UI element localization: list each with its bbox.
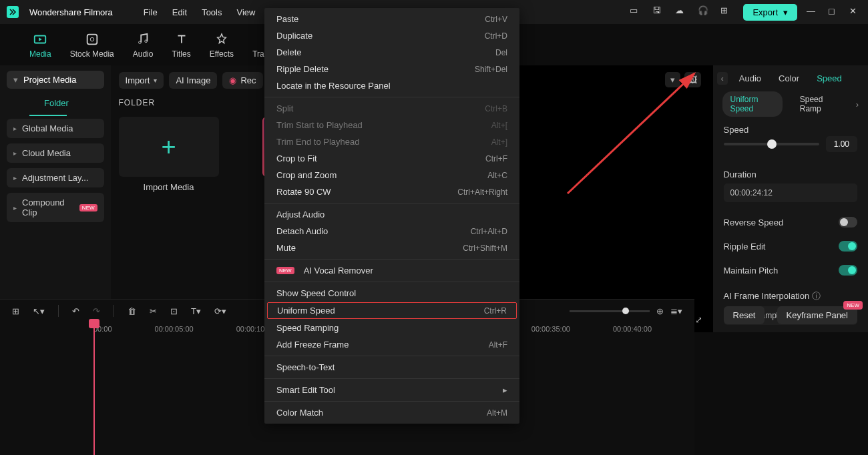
text-icon[interactable]: T▾ bbox=[191, 306, 201, 316]
menu-file[interactable]: File bbox=[144, 7, 158, 17]
zoom-fit-icon[interactable]: ≣▾ bbox=[670, 306, 682, 316]
ctx-uniform-speed[interactable]: Uniform SpeedCtrl+R bbox=[267, 302, 517, 319]
ctx-delete[interactable]: DeleteDel bbox=[264, 44, 519, 61]
close-icon[interactable]: ✕ bbox=[849, 6, 861, 18]
chevron-down-icon: ▾ bbox=[154, 77, 157, 84]
ctx-crop-to-fit[interactable]: Crop to FitCtrl+F bbox=[264, 150, 519, 167]
inspector-panel: ‹ Audio Color Speed Uniform Speed Speed … bbox=[713, 65, 868, 332]
ctx-detach-audio[interactable]: Detach AudioCtrl+Alt+D bbox=[264, 223, 519, 240]
chevron-down-icon: ▾ bbox=[783, 7, 788, 17]
select-tool-icon[interactable]: ↖▾ bbox=[33, 306, 45, 316]
tab-audio[interactable]: Audio bbox=[133, 32, 154, 65]
ctx-show-speed-control[interactable]: Show Speed Control bbox=[264, 285, 519, 302]
menu-view[interactable]: View bbox=[236, 7, 255, 17]
reset-button[interactable]: Reset bbox=[724, 306, 765, 324]
inspector-tab-color[interactable]: Color bbox=[779, 73, 799, 83]
menu-tools[interactable]: Tools bbox=[202, 7, 222, 17]
sidebar-item-adjustment-layer[interactable]: ▸Adjustment Lay... bbox=[7, 168, 104, 187]
ctx-crop-and-zoom[interactable]: Crop and ZoomAlt+C bbox=[264, 167, 519, 183]
subtab-speed-ramp[interactable]: Speed Ramp bbox=[792, 91, 847, 117]
tab-effects[interactable]: Effects bbox=[210, 32, 234, 65]
zoom-slider[interactable] bbox=[570, 310, 650, 312]
ctx-rotate-90-cw[interactable]: Rotate 90 CWCtrl+Alt+Right bbox=[264, 183, 519, 200]
ctx-speech-to-text[interactable]: Speech-to-Text bbox=[264, 359, 519, 376]
ctx-speed-ramping[interactable]: Speed Ramping bbox=[264, 320, 519, 336]
playhead[interactable] bbox=[93, 328, 95, 455]
app-logo-icon bbox=[7, 6, 19, 18]
delete-icon[interactable]: 🗑 bbox=[128, 306, 136, 316]
ctx-color-match[interactable]: Color MatchAlt+M bbox=[264, 404, 519, 421]
templates-icon[interactable]: ⊞ bbox=[12, 306, 19, 316]
duration-field[interactable]: 00:00:24:12 bbox=[724, 183, 857, 202]
import-button[interactable]: Import▾ bbox=[119, 72, 164, 89]
speed-label: Speed bbox=[724, 125, 857, 135]
export-button[interactable]: Export▾ bbox=[743, 4, 797, 21]
zoom-in-icon[interactable]: ⊕ bbox=[656, 306, 664, 316]
sidebar-item-compound-clip[interactable]: ▸Compound ClipNEW bbox=[7, 193, 104, 222]
speed-slider[interactable] bbox=[724, 143, 819, 145]
ctx-ripple-delete[interactable]: Ripple DeleteShift+Del bbox=[264, 61, 519, 77]
crop-icon[interactable]: ⊡ bbox=[170, 306, 178, 316]
ripple-edit-toggle[interactable] bbox=[839, 241, 857, 252]
subtab-uniform-speed[interactable]: Uniform Speed bbox=[722, 91, 783, 117]
new-badge: NEW bbox=[79, 204, 97, 211]
cloud-icon[interactable]: ☁ bbox=[675, 5, 688, 19]
snapshot-placeholder-icon[interactable]: 🖼 bbox=[684, 72, 701, 87]
maximize-icon[interactable]: ◻ bbox=[828, 6, 840, 18]
new-badge: NEW bbox=[843, 301, 863, 310]
tab-stock-media[interactable]: Stock Media bbox=[70, 32, 114, 65]
menu-edit[interactable]: Edit bbox=[172, 7, 187, 17]
support-icon[interactable]: 🎧 bbox=[698, 5, 711, 19]
maintain-pitch-label: Maintain Pitch bbox=[724, 266, 779, 276]
apps-icon[interactable]: ⊞ bbox=[720, 5, 734, 19]
redo-icon[interactable]: ↷ bbox=[93, 306, 100, 316]
folder-tab[interactable]: Folder bbox=[29, 91, 67, 116]
minimize-icon[interactable]: — bbox=[807, 6, 819, 18]
ctx-add-freeze-frame[interactable]: Add Freeze FrameAlt+F bbox=[264, 336, 519, 353]
sidebar: ▾Project Media Folder ▸Global Media ▸Clo… bbox=[0, 65, 111, 332]
tab-media[interactable]: Media bbox=[29, 32, 51, 65]
ai-interp-label: AI Frame Interpolation ⓘ bbox=[724, 290, 857, 302]
cut-icon[interactable]: ✂ bbox=[150, 306, 157, 316]
svg-point-2 bbox=[90, 37, 94, 41]
layout-icon[interactable]: ▭ bbox=[630, 5, 643, 19]
reverse-speed-label: Reverse Speed bbox=[724, 217, 784, 228]
ripple-edit-label: Ripple Edit bbox=[724, 242, 766, 252]
ctx-duplicate[interactable]: DuplicateCtrl+D bbox=[264, 27, 519, 44]
preview-quality-dropdown[interactable]: ▾ bbox=[665, 72, 680, 87]
context-menu: PasteCtrl+VDuplicateCtrl+DDeleteDelRippl… bbox=[264, 8, 519, 424]
speed-icon[interactable]: ⟳▾ bbox=[214, 306, 226, 316]
maintain-pitch-toggle[interactable] bbox=[839, 265, 857, 276]
sidebar-item-global-media[interactable]: ▸Global Media bbox=[7, 119, 104, 138]
ctx-paste[interactable]: PasteCtrl+V bbox=[264, 11, 519, 27]
ctx-adjust-audio[interactable]: Adjust Audio bbox=[264, 206, 519, 223]
fullscreen-icon[interactable]: ⤢ bbox=[695, 315, 702, 325]
inspector-tab-speed[interactable]: Speed bbox=[817, 73, 842, 83]
undo-icon[interactable]: ↶ bbox=[72, 306, 79, 316]
keyframe-panel-button[interactable]: Keyframe PanelNEW bbox=[777, 306, 858, 324]
sidebar-item-cloud-media[interactable]: ▸Cloud Media bbox=[7, 143, 104, 163]
info-icon[interactable]: ⓘ bbox=[812, 291, 821, 301]
duration-label: Duration bbox=[724, 169, 857, 179]
ctx-trim-start-to-playhead[interactable]: Trim Start to PlayheadAlt+[ bbox=[264, 117, 519, 133]
app-name: Wondershare Filmora bbox=[29, 7, 113, 17]
inspector-tab-audio[interactable]: Audio bbox=[739, 73, 761, 83]
reverse-speed-toggle[interactable] bbox=[839, 217, 857, 228]
ctx-ai-vocal-remover[interactable]: NEWAI Vocal Remover bbox=[264, 262, 519, 279]
tab-titles[interactable]: Titles bbox=[172, 32, 190, 65]
svg-rect-1 bbox=[87, 35, 97, 45]
import-media-tile[interactable]: + Import Media bbox=[119, 117, 219, 192]
ai-image-button[interactable]: AI Image bbox=[169, 72, 217, 89]
record-button[interactable]: ◉Rec bbox=[222, 72, 262, 89]
ctx-split[interactable]: SplitCtrl+B bbox=[264, 100, 519, 117]
ctx-smart-edit-tool[interactable]: Smart Edit Tool▸ bbox=[264, 382, 519, 398]
ctx-locate-in-the-resource-panel[interactable]: Locate in the Resource Panel bbox=[264, 77, 519, 94]
plus-icon: + bbox=[119, 117, 219, 177]
speed-value[interactable]: 1.00 bbox=[826, 136, 857, 152]
ctx-mute[interactable]: MuteCtrl+Shift+M bbox=[264, 240, 519, 256]
ctx-trim-end-to-playhead[interactable]: Trim End to PlayheadAlt+] bbox=[264, 133, 519, 150]
nav-back-icon[interactable]: ‹ bbox=[717, 72, 728, 85]
save-icon[interactable]: 🖫 bbox=[652, 5, 666, 19]
project-media-header[interactable]: ▾Project Media bbox=[7, 71, 104, 89]
subnav-more-icon[interactable]: › bbox=[856, 99, 859, 109]
